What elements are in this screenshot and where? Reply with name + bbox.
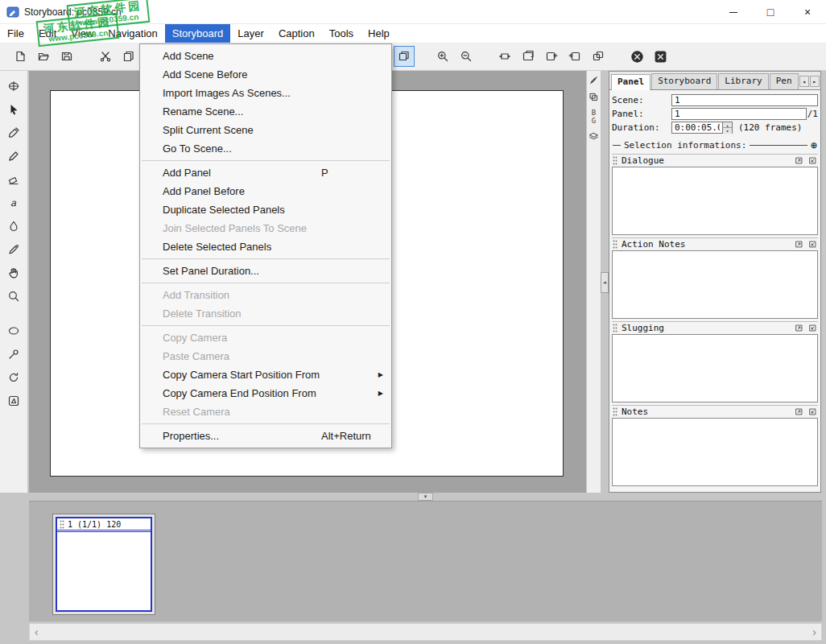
menu-item-label: Split Current Scene [163,124,254,136]
rotate-tool[interactable] [3,367,24,388]
panel-collapse-handle[interactable]: ◄ [601,272,609,293]
drag-handle-icon[interactable] [613,156,617,165]
add-selection-info-button[interactable]: ⊕ [811,140,817,151]
drag-handle-icon[interactable] [60,520,64,529]
menu-item-label: Properties... [163,430,219,442]
transform-tool[interactable] [3,76,24,97]
timeline-collapse-handle[interactable]: ▼ [418,493,433,501]
tab-library[interactable]: Library [718,73,768,89]
save-icon[interactable] [56,46,77,67]
menu-item-set-panel-duration[interactable]: Set Panel Duration... [140,262,391,280]
caption-pin-icon[interactable] [807,240,817,250]
menu-item-properties[interactable]: Properties...Alt+Return [140,427,391,445]
onion-skin-icon[interactable] [589,92,600,102]
new-panel-icon[interactable] [518,46,539,67]
select-tool[interactable] [3,99,24,120]
cut-icon[interactable] [95,46,116,67]
drag-handle-icon[interactable] [613,240,617,249]
text-tool[interactable]: a [3,192,24,213]
add-panel-icon[interactable] [541,46,562,67]
menu-item-rename-scene[interactable]: Rename Scene... [140,102,391,121]
tab-pen[interactable]: Pen [770,73,799,89]
caption-pin-icon[interactable] [807,407,817,417]
panel-tool[interactable] [3,390,24,411]
caption-textarea-notes[interactable] [612,418,818,486]
zoom-out-icon[interactable] [456,46,477,67]
eraser-tool[interactable] [3,169,24,190]
minimize-button[interactable]: ─ [715,0,752,23]
bg-layer-label[interactable]: B G [589,109,600,125]
caption-pin-icon[interactable] [807,324,817,333]
tab-storyboard[interactable]: Storyboard [651,73,717,89]
menubar-item-caption[interactable]: Caption [271,24,322,43]
paint-tool[interactable] [3,216,24,237]
tab-prev-button[interactable]: ◂ [799,76,809,87]
zoom-tool[interactable] [3,286,24,307]
menubar-item-layer[interactable]: Layer [230,24,271,43]
pivot-tool[interactable] [3,344,24,365]
dropper-tool[interactable] [3,239,24,260]
add-panel-before-icon[interactable] [564,46,585,67]
menubar-item-file[interactable]: File [0,24,31,43]
menu-item-label: Add Scene Before [163,68,248,80]
scroll-right-button[interactable]: › [812,626,816,638]
scene-input[interactable] [671,94,818,106]
zoom-in-icon[interactable] [432,46,453,67]
menu-item-add-scene[interactable]: Add Scene [140,47,391,65]
menu-item-add-panel-before[interactable]: Add Panel Before [140,182,391,200]
tab-nav: ◂ ▸ [799,76,821,89]
menu-item-delete-selected-panels[interactable]: Delete Selected Panels [140,237,391,256]
panel-input[interactable] [671,108,807,120]
caption-textarea-slugging[interactable] [612,334,818,402]
hand-tool[interactable] [3,262,24,283]
menu-item-add-scene-before[interactable]: Add Scene Before [140,65,391,84]
caption-detach-icon[interactable] [794,407,803,417]
close-button[interactable]: × [789,0,826,23]
drag-handle-icon[interactable] [613,407,617,416]
duration-label: Duration: [612,122,671,133]
caption-textarea-dialogue[interactable] [612,167,818,235]
caption-pin-icon[interactable] [807,156,817,166]
pen-disabled-icon[interactable] [589,75,600,85]
camera-mask-alt-icon[interactable] [650,46,671,67]
menu-item-duplicate-selected-panels[interactable]: Duplicate Selected Panels [140,200,391,219]
menu-item-copy-camera-end-position-from[interactable]: Copy Camera End Position From▶ [140,384,391,402]
menu-item-split-current-scene[interactable]: Split Current Scene [140,121,391,139]
drag-handle-icon[interactable] [613,324,617,332]
pencil-tool[interactable] [3,146,24,167]
menubar-item-help[interactable]: Help [361,24,397,43]
new-page-icon[interactable] [10,46,31,67]
menubar-item-tools[interactable]: Tools [322,24,361,43]
caption-textarea-action-notes[interactable] [612,250,818,319]
duration-input[interactable] [671,122,723,134]
caption-header: Notes [612,405,818,418]
duplicate-icon[interactable] [588,46,609,67]
spin-up-button[interactable]: ▴ [723,122,732,128]
caption-detach-icon[interactable] [794,156,803,166]
tab-panel[interactable]: Panel [611,74,650,90]
menu-item-go-to-scene[interactable]: Go To Scene... [140,139,391,158]
ellipse-tool[interactable] [3,320,24,341]
duplicate-panel-icon[interactable] [394,46,415,67]
scroll-left-button[interactable]: ‹ [35,626,39,638]
menu-item-import-images-as-scenes[interactable]: Import Images As Scenes... [140,84,391,102]
tab-list: PanelStoryboardLibraryPen [611,73,799,89]
brush-tool[interactable] [3,122,24,143]
menu-item-copy-camera-start-position-from[interactable]: Copy Camera Start Position From▶ [140,365,391,384]
copy-icon[interactable] [118,46,139,67]
menu-item-add-panel[interactable]: Add PanelP [140,163,391,182]
timeline-panel-thumbnail[interactable]: 1 (1/1) 120 [52,514,155,615]
layers-icon[interactable] [589,131,600,142]
spin-down-button[interactable]: ▾ [723,128,732,134]
camera-mask-icon[interactable] [626,46,647,67]
tab-next-button[interactable]: ▸ [810,76,820,87]
caption-title: Slugging [622,323,664,333]
menubar-item-storyboard[interactable]: Storyboard [165,24,231,43]
caption-detach-icon[interactable] [794,240,803,250]
panel-tabs: PanelStoryboardLibraryPen ◂ ▸ [609,72,820,90]
open-icon[interactable] [33,46,54,67]
pan-icon[interactable] [494,46,515,67]
horizontal-scrollbar[interactable]: ‹ › [29,623,822,641]
caption-detach-icon[interactable] [794,324,803,333]
maximize-button[interactable]: □ [752,0,789,23]
